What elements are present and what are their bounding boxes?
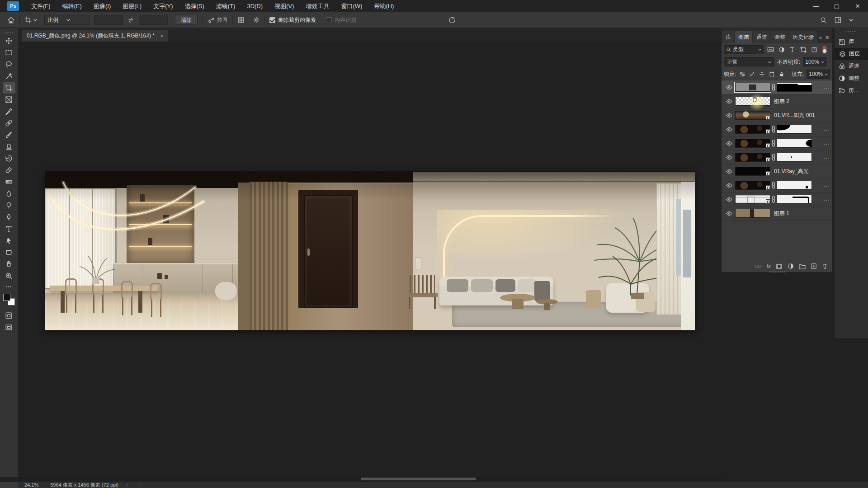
zoom-tool[interactable]	[3, 270, 15, 282]
dock-history[interactable]: 历...	[835, 84, 868, 97]
visibility-eye-icon[interactable]	[723, 155, 735, 160]
history-brush-tool[interactable]	[3, 153, 15, 164]
quick-mask-icon[interactable]	[3, 310, 15, 321]
layer-row-color-fill[interactable]: …	[722, 80, 832, 94]
dock-adjustments[interactable]: 调整	[835, 72, 868, 84]
dock-libraries[interactable]: 库	[835, 36, 868, 48]
filter-adjustment-icon[interactable]	[778, 46, 785, 53]
dock-channels[interactable]: 通道	[835, 60, 868, 72]
home-icon[interactable]	[7, 16, 15, 24]
menu-help[interactable]: 帮助(H)	[368, 0, 400, 12]
gradient-tool[interactable]	[3, 176, 15, 188]
new-layer-icon[interactable]	[811, 263, 817, 269]
straighten-icon[interactable]: 拉直	[207, 16, 228, 24]
layer-thumbnail[interactable]	[735, 97, 770, 106]
layer-thumbnail[interactable]	[735, 111, 770, 120]
link-layers-icon[interactable]	[755, 263, 762, 269]
hand-tool[interactable]	[3, 258, 15, 270]
dodge-tool[interactable]	[3, 200, 15, 211]
layer-mask-thumbnail[interactable]	[777, 83, 812, 92]
menu-select[interactable]: 选择(S)	[179, 0, 210, 12]
layer-row[interactable]: …	[722, 192, 832, 206]
menu-plugins[interactable]: 增效工具	[300, 0, 335, 12]
workspace-icon[interactable]	[835, 17, 841, 23]
crop-height-input[interactable]	[139, 15, 168, 25]
visibility-eye-icon[interactable]	[723, 127, 735, 132]
panel-menu-icon[interactable]: ≡	[826, 34, 829, 41]
crop-width-input[interactable]	[94, 15, 123, 25]
tab-libraries[interactable]: 库	[722, 31, 734, 43]
lock-pixels-icon[interactable]	[749, 70, 756, 78]
filter-type-icon[interactable]	[788, 46, 796, 53]
marquee-tool[interactable]	[3, 47, 15, 58]
dock-layers[interactable]: 图层	[835, 48, 868, 60]
lock-transparency-icon[interactable]	[739, 70, 746, 78]
menu-edit[interactable]: 编辑(E)	[57, 0, 88, 12]
menu-file[interactable]: 文件(F)	[25, 0, 57, 12]
zoom-level[interactable]: 24.1%	[24, 482, 38, 488]
crop-ratio-select[interactable]: 比例	[44, 15, 90, 25]
menu-view[interactable]: 视图(V)	[269, 0, 300, 12]
tab-layers[interactable]: 图层	[735, 31, 752, 43]
menu-image[interactable]: 图像(I)	[88, 0, 117, 12]
layer-thumbnail[interactable]	[735, 153, 770, 162]
menu-type[interactable]: 文字(Y)	[147, 0, 179, 12]
minimize-button[interactable]: —	[806, 0, 826, 12]
path-select-tool[interactable]	[3, 235, 15, 246]
horizontal-scrollbar[interactable]	[18, 477, 722, 481]
layer-thumbnail[interactable]	[735, 195, 770, 204]
toolbar-grip[interactable]	[5, 32, 13, 33]
menu-3d[interactable]: 3D(D)	[241, 0, 269, 12]
rectangle-tool[interactable]	[3, 247, 15, 258]
layer-row[interactable]: …	[722, 136, 832, 150]
tab-history[interactable]: 历史记录	[789, 31, 817, 43]
reset-icon[interactable]	[448, 16, 456, 23]
layer-thumbnail[interactable]	[735, 125, 770, 134]
crop-tool[interactable]	[3, 82, 15, 94]
panel-overflow-icon[interactable]: »	[819, 34, 822, 41]
filter-smart-object-icon[interactable]	[810, 46, 818, 53]
eraser-tool[interactable]	[3, 164, 15, 176]
pen-tool[interactable]	[3, 211, 15, 223]
lock-position-icon[interactable]	[759, 70, 766, 78]
healing-brush-tool[interactable]	[3, 117, 15, 129]
layer-thumbnail[interactable]	[735, 139, 770, 148]
screen-mode-icon[interactable]	[3, 322, 15, 333]
layer-row-layer2[interactable]: 图层 2	[722, 94, 832, 108]
visibility-eye-icon[interactable]	[723, 211, 735, 216]
quick-selection-tool[interactable]	[3, 70, 15, 82]
filter-toggle[interactable]	[822, 46, 827, 54]
layer-thumbnail[interactable]	[735, 167, 770, 176]
brush-tool[interactable]	[3, 129, 15, 141]
visibility-eye-icon[interactable]	[723, 141, 735, 146]
document-image[interactable]	[45, 172, 695, 330]
frame-tool[interactable]	[3, 94, 15, 105]
layer-style-fx-icon[interactable]: fx	[767, 263, 771, 269]
layer-row-vray-highlight[interactable]: 01.VRay_高光	[722, 164, 832, 178]
delete-layer-trash-icon[interactable]	[822, 263, 828, 269]
layer-mask-thumbnail[interactable]	[777, 181, 812, 190]
filter-shape-icon[interactable]	[799, 46, 807, 53]
blur-tool[interactable]	[3, 188, 15, 199]
visibility-eye-icon[interactable]	[723, 169, 735, 174]
layer-mask-thumbnail[interactable]	[777, 195, 812, 204]
crop-settings-gear-icon[interactable]	[253, 16, 260, 23]
eyedropper-tool[interactable]	[3, 106, 15, 117]
add-mask-icon[interactable]	[776, 263, 783, 269]
swap-dimensions-icon[interactable]	[127, 17, 134, 23]
layer-row[interactable]: …	[722, 178, 832, 192]
visibility-eye-icon[interactable]	[723, 113, 735, 118]
chevron-down-icon[interactable]	[849, 18, 854, 22]
visibility-eye-icon[interactable]	[723, 85, 735, 90]
status-chevron-icon[interactable]: 〉	[126, 482, 131, 488]
close-button[interactable]: ✕	[847, 0, 868, 12]
visibility-eye-icon[interactable]	[723, 183, 735, 188]
new-group-folder-icon[interactable]	[799, 263, 806, 269]
document-tab[interactable]: 01.RGB_颜色.png @ 24.1% (颜色填充 1, RGB/16#) …	[22, 30, 168, 42]
move-tool[interactable]	[3, 35, 15, 47]
canvas-area[interactable]	[18, 42, 722, 477]
filter-pixel-icon[interactable]	[767, 46, 774, 53]
lasso-tool[interactable]	[3, 59, 15, 70]
layer-row-layer1[interactable]: 图层 1	[722, 206, 832, 221]
layer-thumbnail[interactable]	[735, 209, 770, 218]
